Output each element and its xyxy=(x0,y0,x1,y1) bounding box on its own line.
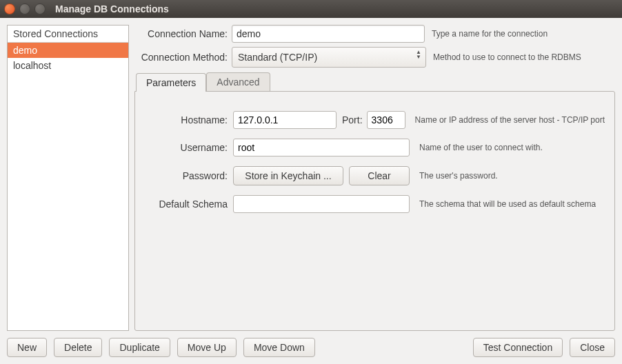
parameters-panel: Hostname: Port: Name or IP address of th… xyxy=(134,91,615,331)
connection-method-select[interactable]: Standard (TCP/IP) ▲▼ xyxy=(232,47,426,68)
connection-method-hint: Method to use to connect to the RDBMS xyxy=(433,52,615,62)
new-button[interactable]: New xyxy=(7,338,47,357)
port-label: Port: xyxy=(342,114,363,125)
clear-password-button[interactable]: Clear xyxy=(349,166,410,185)
delete-button[interactable]: Delete xyxy=(54,338,102,357)
connection-name-hint: Type a name for the connection xyxy=(432,29,615,39)
username-hint: Name of the user to connect with. xyxy=(419,143,543,152)
duplicate-button[interactable]: Duplicate xyxy=(109,338,170,357)
hostname-label: Hostname: xyxy=(145,114,233,125)
stored-connections-header: Stored Connections xyxy=(8,26,128,43)
connection-item-localhost[interactable]: localhost xyxy=(8,58,128,73)
stored-connections-list[interactable]: Stored Connections demo localhost xyxy=(7,25,129,331)
hostname-input[interactable] xyxy=(233,111,337,129)
connection-name-input[interactable] xyxy=(232,25,425,43)
default-schema-label: Default Schema xyxy=(145,199,233,210)
username-input[interactable] xyxy=(233,139,410,156)
store-keychain-button[interactable]: Store in Keychain ... xyxy=(233,166,343,185)
window-minimize-button[interactable] xyxy=(19,3,30,14)
password-hint: The user's password. xyxy=(419,171,498,181)
move-down-button[interactable]: Move Down xyxy=(243,338,315,357)
connection-item-demo[interactable]: demo xyxy=(8,43,128,58)
test-connection-button[interactable]: Test Connection xyxy=(473,338,563,357)
move-up-button[interactable]: Move Up xyxy=(177,338,237,357)
default-schema-hint: The schema that will be used as default … xyxy=(419,199,596,209)
window-maximize-button[interactable] xyxy=(34,3,46,14)
default-schema-input[interactable] xyxy=(233,195,410,213)
window-close-button[interactable] xyxy=(4,3,15,14)
tab-parameters[interactable]: Parameters xyxy=(136,73,206,92)
connection-method-value: Standard (TCP/IP) xyxy=(238,52,317,63)
port-input[interactable] xyxy=(367,111,405,129)
dropdown-spinner-icon: ▲▼ xyxy=(416,50,421,59)
footer-toolbar: New Delete Duplicate Move Up Move Down T… xyxy=(7,331,615,357)
window-title: Manage DB Connections xyxy=(55,3,169,14)
connection-method-label: Connection Method: xyxy=(134,52,232,63)
tabstrip: Parameters Advanced xyxy=(136,72,615,91)
password-label: Password: xyxy=(145,170,233,181)
hostname-hint: Name or IP address of the server host - … xyxy=(415,115,605,125)
close-button[interactable]: Close xyxy=(570,338,615,357)
connection-name-label: Connection Name: xyxy=(134,28,232,39)
titlebar: Manage DB Connections xyxy=(0,0,622,18)
tab-advanced[interactable]: Advanced xyxy=(206,72,270,91)
username-label: Username: xyxy=(145,142,233,153)
